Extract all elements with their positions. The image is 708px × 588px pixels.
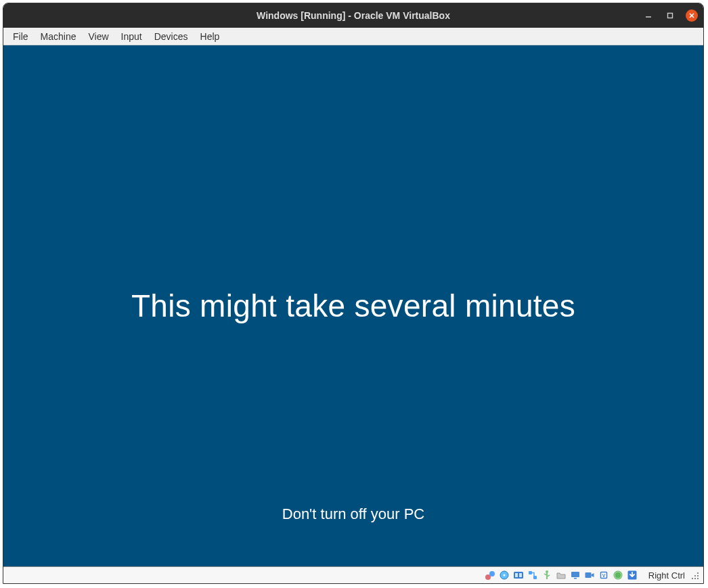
menu-view[interactable]: View (83, 30, 114, 43)
mouse-integration-icon[interactable] (612, 569, 624, 581)
maximize-button[interactable] (664, 9, 676, 22)
optical-disk-icon[interactable] (498, 569, 510, 581)
window-controls (642, 9, 698, 22)
shared-folders-icon[interactable] (555, 569, 567, 581)
resize-grip-icon[interactable] (690, 570, 699, 580)
cpu-icon[interactable]: V (598, 569, 610, 581)
svg-rect-17 (585, 572, 591, 578)
minimize-button[interactable] (642, 9, 655, 22)
svg-rect-16 (574, 578, 577, 579)
keyboard-capture-icon[interactable] (626, 569, 638, 581)
audio-icon[interactable] (512, 569, 525, 581)
vm-guest-screen[interactable]: This might take several minutes Don't tu… (3, 45, 703, 567)
svg-rect-1 (668, 14, 673, 18)
virtualbox-window: Windows [Running] - Oracle VM VirtualBox… (3, 3, 704, 584)
menu-devices[interactable]: Devices (149, 30, 194, 43)
svg-rect-10 (519, 573, 522, 577)
hostkey-indicator[interactable]: Right Ctrl (644, 570, 685, 581)
display-icon[interactable] (569, 569, 581, 581)
network-icon[interactable] (527, 569, 539, 581)
titlebar: Windows [Running] - Oracle VM VirtualBox (3, 3, 703, 28)
close-button[interactable] (686, 9, 698, 22)
svg-text:V: V (602, 573, 605, 578)
svg-point-5 (489, 571, 495, 576)
window-title: Windows [Running] - Oracle VM VirtualBox (257, 10, 450, 21)
menubar: File Machine View Input Devices Help (3, 28, 703, 45)
menu-input[interactable]: Input (116, 30, 148, 43)
menu-file[interactable]: File (7, 30, 34, 43)
menu-machine[interactable]: Machine (35, 30, 82, 43)
setup-sub-message: Don't turn off your PC (282, 505, 424, 523)
recording-icon[interactable] (583, 569, 596, 581)
hard-disk-icon[interactable] (484, 569, 496, 581)
svg-point-7 (503, 574, 505, 576)
setup-main-message: This might take several minutes (131, 288, 575, 324)
menu-help[interactable]: Help (195, 30, 225, 43)
usb-icon[interactable] (541, 569, 553, 581)
svg-rect-15 (571, 572, 579, 577)
svg-rect-11 (529, 571, 532, 574)
statusbar: V Right Ctrl (3, 567, 703, 583)
svg-rect-9 (515, 573, 518, 577)
